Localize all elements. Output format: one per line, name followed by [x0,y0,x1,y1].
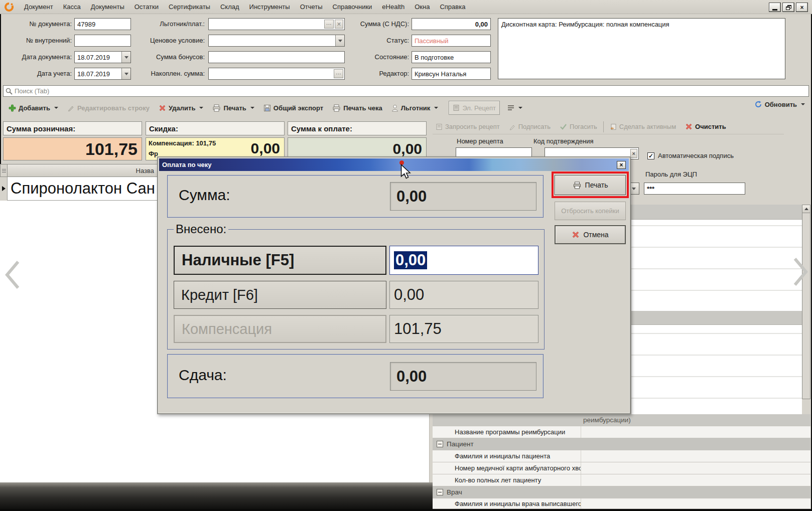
red-x-icon [685,123,693,130]
credit-f6-button[interactable]: Кредит [F6] [174,281,386,309]
restore-button[interactable] [782,3,794,12]
menu-cashdesk[interactable]: Касса [58,2,86,12]
auto-sign-label: Автоматическая подпись [658,152,734,159]
cash-input[interactable]: 0,00 [389,246,538,275]
menu-tools[interactable]: Инструменты [244,2,295,12]
print-receipt-button[interactable]: Печать чека [329,102,386,114]
chevron-down-icon [801,103,805,105]
payment-dialog: Оплата по чеку × Сумма: 0,00 Внесено: На… [157,156,631,414]
property-row[interactable]: Номер медичної карти амбулаторного хворо… [433,462,810,474]
compensation-value-field: 101,75 [389,315,538,343]
sign-button[interactable]: Подписать [506,121,554,132]
internal-number-field[interactable] [74,35,131,47]
nav-right-chevron[interactable] [792,256,810,288]
menu-bar: Документ Касса Документы Остатки Сертифи… [0,0,812,14]
list-options-button[interactable] [504,103,526,113]
doc-date-value: 18.07.2019 [77,54,110,61]
menu-help[interactable]: Справка [435,2,470,12]
beneficiary-clear-button[interactable]: ✕ [335,20,343,29]
print-button[interactable]: Печать [209,102,257,114]
row-marker [0,177,8,201]
cash-f5-button[interactable]: Наличные [F5] [174,246,386,275]
refresh-label: Обновить [765,101,797,108]
delete-button[interactable]: Удалить [155,102,207,114]
dialog-print-button[interactable]: Печать [555,175,626,195]
discount-card-info-box: Дисконтная карта: Реимбурсация: полная к… [498,18,785,79]
chevron-down-icon [338,40,342,42]
chevron-down-icon [632,188,636,190]
menu-reports[interactable]: Отчеты [295,2,328,12]
collapse-icon[interactable] [437,489,443,495]
app-window: Документ Касса Документы Остатки Сертифи… [0,0,812,511]
document-icon [436,123,443,130]
price-condition-field[interactable] [208,35,345,47]
bonus-sum-field[interactable] [208,51,345,63]
add-button[interactable]: Добавить [5,102,62,114]
beneficiary-button[interactable]: Льготник [388,102,442,114]
ecp-password-field[interactable]: *** [644,183,745,195]
nav-left-chevron[interactable] [3,259,21,291]
dialog-title-bar[interactable]: Оплата по чеку × [159,158,629,171]
person-icon [391,104,398,112]
doc-date-dropdown-button[interactable] [121,52,130,63]
confirm-code-clear-button[interactable]: × [630,149,637,158]
chevron-down-icon [199,107,203,109]
menu-windows[interactable]: Окна [410,2,435,12]
beneficiary-field[interactable]: ··· ✕ [208,18,345,30]
redeem-button[interactable]: Погасить [557,121,600,132]
collapse-icon[interactable] [437,441,443,447]
property-row-label: Фамилия и инициалы пациента [433,452,581,460]
printer-icon [332,104,341,112]
request-recipe-button[interactable]: Запросить рецепт [433,121,503,132]
property-group-row[interactable]: Врач [433,486,810,498]
doc-number-field[interactable]: 47989 [74,18,131,30]
make-active-button[interactable]: Сделать активным [607,121,679,132]
dialog-close-button[interactable]: × [617,161,626,169]
column-divider [581,474,581,486]
property-row[interactable]: Фамилия и инициалы пациента [433,450,810,462]
export-button[interactable]: Общий экспорт [260,102,327,114]
accumulated-sum-browse-button[interactable]: ··· [334,69,343,78]
property-row-label: Название программы реимбурсации [433,428,581,436]
property-row[interactable]: Название программы реимбурсации [433,426,810,438]
app-logo-icon [4,2,14,12]
refresh-icon [754,100,762,108]
auto-sign-checkbox[interactable]: ✓ [647,152,654,159]
search-input[interactable]: Поиск (Tab) [3,85,809,97]
deposited-group-label: Внесено: [174,222,228,236]
doc-date-field[interactable]: 18.07.2019 [74,51,131,63]
e-recipe-button[interactable]: Эл. Рецепт [449,101,500,115]
menu-warehouse[interactable]: Склад [215,2,244,12]
price-condition-dropdown-button[interactable] [335,35,344,46]
property-group-row[interactable]: Пациент [433,438,810,450]
sum-vat-field[interactable]: 0,00 [412,18,491,30]
menu-documents[interactable]: Документы [86,2,129,12]
accumulated-sum-label: Накоплен. сумма: [134,68,205,80]
column-divider [581,462,581,474]
chevron-up-icon [804,208,808,210]
menu-stock[interactable]: Остатки [129,2,164,12]
menu-ehealth[interactable]: eHealth [377,2,410,12]
menu-certificates[interactable]: Сертификаты [164,2,215,12]
dialog-cancel-button[interactable]: Отмена [555,225,626,244]
property-grid-group-band [631,311,802,325]
account-date-dropdown-button[interactable] [121,68,130,79]
vertical-scrollbar[interactable] [802,205,810,399]
property-row-label: Номер медичної карти амбулаторного хворо… [433,464,581,472]
accumulated-sum-field[interactable]: ··· [208,68,345,80]
property-row[interactable]: Фамилия и инициалы врача выписавшего рец… [433,498,810,509]
refresh-button[interactable]: Обновить [754,100,805,108]
edit-row-button[interactable]: Редактировать строку [64,102,153,114]
minimize-button[interactable] [769,3,781,12]
scroll-up-button[interactable] [802,205,810,213]
clear-button[interactable]: Очистить [682,121,729,132]
menu-document[interactable]: Документ [19,2,58,12]
drop-kopecks-button[interactable]: Отбросить копейки [555,202,626,220]
beneficiary-browse-button[interactable]: ··· [324,20,334,29]
sum-panel: Сумма: 0,00 [167,175,544,218]
compensation-button[interactable]: Компенсация [174,315,386,343]
property-row[interactable]: Кол-во полных лет пациенту [433,474,810,486]
menu-directories[interactable]: Справочники [328,2,377,12]
account-date-field[interactable]: 18.07.2019 [74,68,131,80]
close-button[interactable]: × [796,3,808,12]
